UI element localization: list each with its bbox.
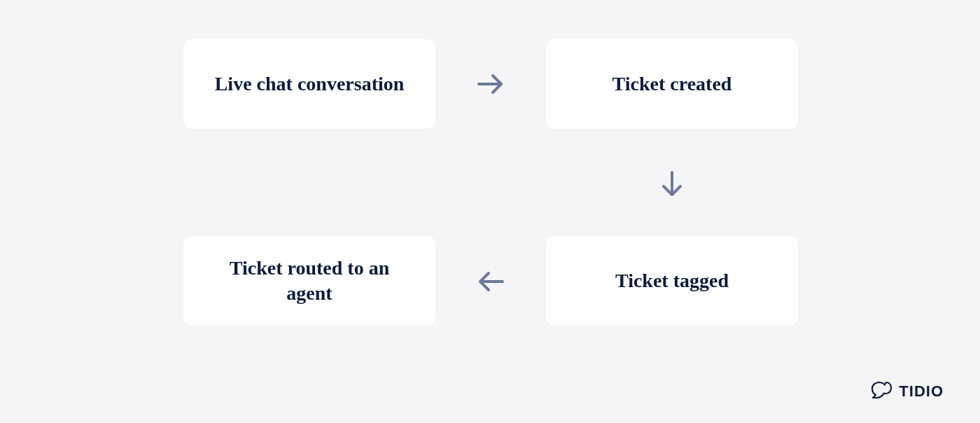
flow-step-label: Ticket tagged: [615, 268, 729, 293]
brand-name: TIDIO: [899, 382, 944, 401]
flow-step-label: Live chat conversation: [215, 71, 405, 97]
brand-logo: TIDIO: [871, 380, 944, 403]
tidio-logo-icon: [871, 380, 892, 403]
flow-diagram: Live chat conversation Ticket created Ti…: [0, 0, 980, 423]
arrow-left-icon: [476, 269, 505, 294]
flow-step-live-chat: Live chat conversation: [183, 39, 435, 129]
flow-step-label: Ticket created: [612, 71, 732, 97]
flow-step-label: Ticket routed to an agent: [211, 256, 407, 307]
flow-step-ticket-created: Ticket created: [546, 39, 798, 129]
arrow-down-icon: [659, 169, 685, 199]
flow-step-ticket-tagged: Ticket tagged: [546, 236, 798, 326]
arrow-right-icon: [476, 71, 505, 97]
flow-step-ticket-routed: Ticket routed to an agent: [183, 236, 435, 326]
